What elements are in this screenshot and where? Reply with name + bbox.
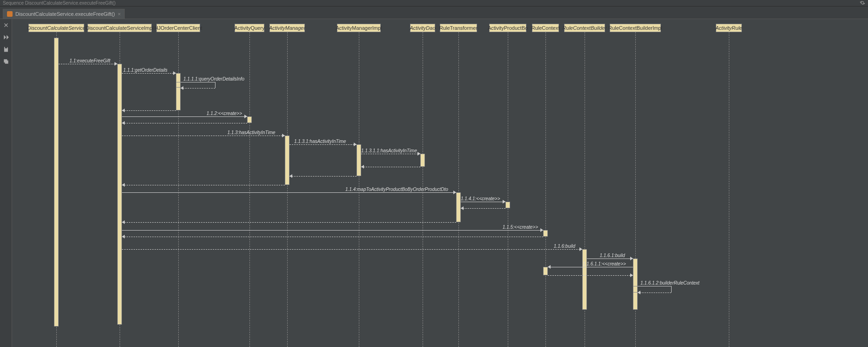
arrow-icon — [122, 121, 125, 125]
message-line — [289, 176, 357, 177]
message-label: 1.1.6.1.1:<<create>> — [583, 261, 626, 266]
lifeline-l2[interactable]: HJOrderCenterClient — [156, 24, 200, 32]
title-bar: Sequence DiscountCalculateService.execut… — [0, 0, 868, 7]
message-label: 1.1.3.1:hasActivityInTime — [294, 139, 346, 144]
arrow-icon — [548, 265, 551, 269]
arrow-icon — [540, 228, 543, 232]
arrow-icon — [181, 86, 183, 90]
message-line — [587, 259, 633, 259]
activation-bar — [247, 116, 252, 123]
activation-bar — [582, 249, 587, 310]
message-line — [122, 123, 247, 123]
message-label: 1.1.4:mapToActivityProductBoByOrderProdu… — [345, 187, 448, 192]
save-icon[interactable] — [3, 46, 9, 54]
activation-bar — [357, 144, 361, 176]
lifeline-l12[interactable]: ActivityRule — [716, 24, 742, 32]
lifeline-line — [287, 32, 288, 347]
message-label: 1.1.2:<<create>> — [207, 111, 242, 116]
arrow-icon — [244, 115, 247, 118]
gear-icon[interactable] — [860, 0, 865, 7]
activation-bar — [633, 259, 638, 310]
message-label: 1.1:executeFreeGift — [69, 58, 110, 63]
message-line — [671, 286, 672, 293]
arrow-icon — [361, 165, 364, 169]
message-label: 1.1.6.1.2:builderRuleContext — [640, 280, 700, 286]
arrow-icon — [282, 134, 285, 137]
message-line — [122, 230, 543, 231]
message-label: 1.1.1.1:queryOrderDetailsInfo — [183, 76, 244, 82]
activation-bar — [543, 267, 548, 275]
arrow-icon — [638, 291, 640, 294]
activation-bar — [505, 202, 510, 208]
tab-sequence-diagram[interactable]: DiscountCalculateService.executeFreeGift… — [3, 9, 125, 19]
lifeline-l4[interactable]: ActivityManager — [269, 24, 305, 32]
message-line — [289, 144, 357, 145]
lifeline-l6[interactable]: ActivityDao — [410, 24, 435, 32]
lifeline-l5[interactable]: ActivityManagerImpl — [337, 24, 381, 32]
activation-bar — [117, 64, 122, 325]
arrow-icon — [122, 183, 125, 187]
arrow-icon — [630, 273, 633, 277]
message-line — [461, 202, 505, 202]
activation-bar — [285, 136, 289, 185]
lifeline-l9[interactable]: RuleContext — [532, 24, 559, 32]
message-line — [122, 249, 582, 250]
activation-bar — [420, 154, 425, 167]
message-line — [548, 267, 633, 267]
arrow-icon — [122, 220, 125, 224]
lifeline-line — [508, 32, 508, 347]
message-label: 1.1.3:hasActivityInTime — [227, 130, 275, 135]
arrow-icon — [354, 143, 357, 146]
activation-bar — [633, 286, 638, 293]
lifeline-l10[interactable]: RuleContextBuilder — [564, 24, 605, 32]
close-diagram-icon[interactable] — [3, 22, 9, 29]
message-line — [122, 136, 285, 136]
message-line — [181, 82, 215, 82]
message-label: 1.1.4.1:<<create>> — [461, 196, 500, 201]
message-line — [638, 286, 671, 286]
skip-icon[interactable] — [3, 34, 9, 41]
lifeline-line — [458, 32, 459, 347]
copy-icon[interactable] — [3, 58, 9, 66]
lifeline-l8[interactable]: ActivityProductBo — [489, 24, 526, 32]
message-line — [122, 192, 456, 193]
activation-bar — [176, 82, 181, 88]
message-line — [361, 167, 420, 167]
message-line — [638, 293, 671, 293]
sequence-diagram[interactable]: DiscountCalculateServiceDiscountCalculat… — [12, 19, 868, 347]
lifeline-l0[interactable]: DiscountCalculateService — [28, 24, 84, 32]
arrow-icon — [289, 174, 292, 178]
lifeline-line — [729, 32, 729, 347]
lifeline-l11[interactable]: RuleContextBuilderImpl — [610, 24, 661, 32]
tab-bar: DiscountCalculateService.executeFreeGift… — [0, 7, 868, 19]
message-label: 1.1.6.1:build — [599, 253, 625, 258]
message-line — [361, 154, 420, 154]
close-icon[interactable]: × — [118, 11, 121, 17]
activation-bar — [543, 230, 548, 237]
message-label: 1.1.5:<<create>> — [503, 225, 538, 230]
activation-bar — [176, 73, 181, 110]
arrow-icon — [453, 191, 456, 194]
message-line — [122, 73, 176, 74]
message-line — [215, 82, 215, 88]
activation-bar — [54, 38, 59, 327]
message-line — [122, 222, 456, 223]
lifeline-line — [249, 32, 250, 347]
lifeline-l3[interactable]: ActivityQuery — [235, 24, 264, 32]
activation-bar — [456, 192, 461, 222]
message-line — [122, 237, 543, 237]
title-text: Sequence DiscountCalculateService.execut… — [3, 0, 115, 6]
tab-title: DiscountCalculateService.executeFreeGift… — [15, 11, 115, 17]
message-label: 1.1.3.1.1:hasActivityInTime — [361, 148, 417, 153]
lifeline-l7[interactable]: RuleTransformer — [440, 24, 477, 32]
message-line — [461, 208, 505, 209]
message-label: 1.1.6:build — [554, 244, 575, 249]
side-toolbar — [0, 19, 12, 347]
message-line — [122, 110, 176, 111]
arrow-icon — [461, 206, 464, 210]
arrow-icon — [173, 71, 176, 75]
message-line — [122, 116, 247, 117]
lifeline-l1[interactable]: DiscountCalculateServiceImpl — [87, 24, 152, 32]
message-line — [122, 185, 285, 185]
arrow-icon — [579, 247, 582, 251]
